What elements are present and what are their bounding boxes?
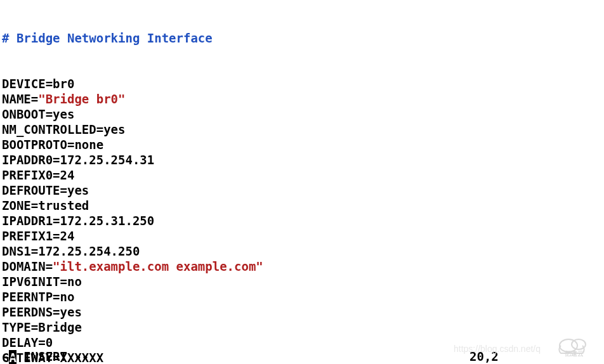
config-line: ONBOOT=yes — [2, 107, 602, 122]
vim-cursor-position: 20,2 — [469, 349, 499, 364]
config-line: PEERNTP=no — [2, 289, 602, 304]
config-line: ZONE=trusted — [2, 198, 602, 213]
config-line: BOOTPROTO=none — [2, 137, 602, 152]
string-value: "Bridge br0" — [38, 92, 125, 106]
config-line: DEVICE=br0 — [2, 76, 602, 91]
config-line: IPADDR1=172.25.31.250 — [2, 213, 602, 228]
config-line: TYPE=Bridge — [2, 320, 602, 335]
config-line: NM_CONTROLLED=yes — [2, 122, 602, 137]
vim-editor[interactable]: # Bridge Networking Interface DEVICE=br0… — [0, 0, 604, 364]
vim-mode: -- INSERT -- — [2, 349, 89, 364]
config-line: IPV6INIT=no — [2, 274, 602, 289]
config-line: DNS1=172.25.254.250 — [2, 244, 602, 259]
vim-status-bar: -- INSERT -- 20,2 — [0, 349, 604, 364]
config-line: DOMAIN="ilt.example.com example.com" — [2, 259, 602, 274]
string-value: "ilt.example.com example.com" — [53, 259, 263, 273]
comment-line: # Bridge Networking Interface — [2, 30, 602, 46]
config-line: PEERDNS=yes — [2, 304, 602, 320]
config-line: DELAY=0 — [2, 335, 602, 350]
config-line: PREFIX1=24 — [2, 228, 602, 244]
config-line: NAME="Bridge br0" — [2, 91, 602, 107]
config-line: IPADDR0=172.25.254.31 — [2, 152, 602, 167]
config-line: DEFROUTE=yes — [2, 183, 602, 198]
config-line: PREFIX0=24 — [2, 167, 602, 183]
